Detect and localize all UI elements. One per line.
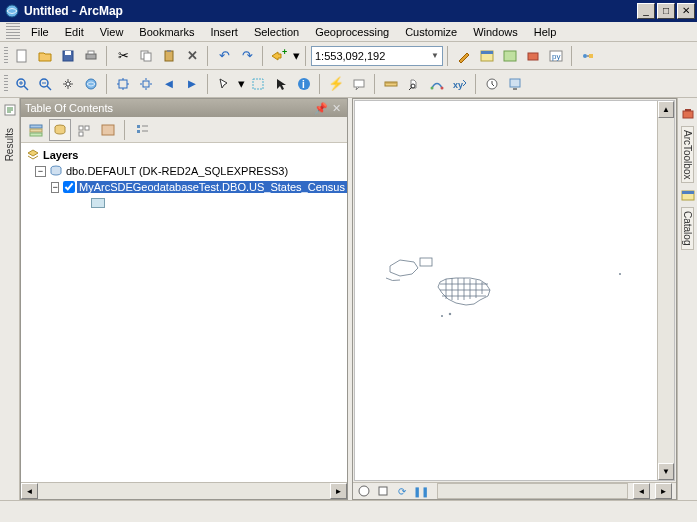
toolbar-grip-2[interactable] (4, 75, 8, 93)
editor-toolbar-icon[interactable] (453, 45, 475, 67)
find-icon[interactable] (403, 73, 425, 95)
full-extent-icon[interactable] (80, 73, 102, 95)
scroll-right-icon[interactable]: ► (655, 483, 672, 499)
catalog-tab[interactable]: Catalog (681, 207, 694, 249)
data-view-icon[interactable] (357, 484, 371, 498)
arctoolbox-tab-icon[interactable] (680, 106, 696, 122)
go-to-xy-icon[interactable]: xy (449, 73, 471, 95)
select-elements-icon[interactable] (270, 73, 292, 95)
pause-drawing-icon[interactable]: ❚❚ (414, 484, 428, 498)
menu-help[interactable]: Help (527, 24, 564, 40)
close-button[interactable]: ✕ (677, 3, 695, 19)
select-features-icon[interactable] (213, 73, 235, 95)
arctoolbox-icon[interactable] (522, 45, 544, 67)
menu-file[interactable]: File (24, 24, 56, 40)
scroll-left-icon[interactable]: ◄ (21, 483, 38, 499)
html-popup-icon[interactable] (348, 73, 370, 95)
scale-combobox[interactable]: 1:553,092,192 ▼ (311, 46, 443, 66)
map-canvas[interactable]: ▲ ▼ (354, 100, 675, 481)
forward-extent-icon[interactable]: ► (181, 73, 203, 95)
chevron-down-icon: ▼ (431, 51, 439, 60)
zoom-out-icon[interactable] (34, 73, 56, 95)
scroll-track[interactable] (38, 483, 330, 499)
menu-edit[interactable]: Edit (58, 24, 91, 40)
delete-icon[interactable]: ✕ (181, 45, 203, 67)
menu-grip[interactable] (6, 23, 20, 41)
svg-rect-50 (79, 132, 83, 136)
menu-geoprocessing[interactable]: Geoprocessing (308, 24, 396, 40)
tree-layer-row[interactable]: − MyArcSDEGeodatabaseTest.DBO.US_States_… (21, 179, 347, 195)
list-by-selection-icon[interactable] (97, 119, 119, 141)
clear-selection-icon[interactable] (247, 73, 269, 95)
map-hscroll[interactable] (437, 483, 628, 499)
tree-root-row[interactable]: Layers (21, 147, 347, 163)
add-data-icon[interactable]: + (268, 45, 290, 67)
collapse-icon[interactable]: − (35, 166, 46, 177)
toolbar-grip-1[interactable] (4, 47, 8, 65)
arctoolbox-tab[interactable]: ArcToolbox (681, 126, 694, 183)
undo-icon[interactable]: ↶ (213, 45, 235, 67)
menu-customize[interactable]: Customize (398, 24, 464, 40)
model-builder-icon[interactable] (577, 45, 599, 67)
menu-selection[interactable]: Selection (247, 24, 306, 40)
scroll-right-icon[interactable]: ► (330, 483, 347, 499)
identify-icon[interactable]: i (293, 73, 315, 95)
svg-rect-31 (253, 79, 263, 89)
paste-icon[interactable] (158, 45, 180, 67)
fixed-zoom-out-icon[interactable] (135, 73, 157, 95)
measure-icon[interactable] (380, 73, 402, 95)
toc-close-icon[interactable]: ✕ (330, 102, 343, 115)
tree-root-label: Layers (43, 149, 78, 161)
scale-value: 1:553,092,192 (315, 50, 385, 62)
find-route-icon[interactable] (426, 73, 448, 95)
python-window-icon[interactable]: py (545, 45, 567, 67)
search-window-icon[interactable] (499, 45, 521, 67)
print-icon[interactable] (80, 45, 102, 67)
scroll-down-icon[interactable]: ▼ (658, 463, 674, 480)
select-dropdown-icon[interactable]: ▾ (236, 73, 246, 95)
svg-rect-9 (167, 50, 171, 52)
list-by-source-icon[interactable] (49, 119, 71, 141)
open-icon[interactable] (34, 45, 56, 67)
svg-rect-14 (528, 53, 538, 60)
toc-options-icon[interactable] (131, 119, 153, 141)
refresh-icon[interactable]: ⟳ (395, 484, 409, 498)
menu-view[interactable]: View (93, 24, 131, 40)
toc-hscroll[interactable]: ◄ ► (21, 482, 347, 499)
list-by-visibility-icon[interactable] (73, 119, 95, 141)
create-viewer-icon[interactable] (504, 73, 526, 95)
layer-visibility-checkbox[interactable] (63, 181, 75, 193)
toc-pin-icon[interactable]: 📌 (312, 102, 330, 115)
tree-dataframe-row[interactable]: − dbo.DEFAULT (DK-RED2A_SQLEXPRESS3) (21, 163, 347, 179)
copy-icon[interactable] (135, 45, 157, 67)
hyperlink-icon[interactable]: ⚡ (325, 73, 347, 95)
collapse-icon[interactable]: − (51, 182, 59, 193)
scroll-left-icon[interactable]: ◄ (633, 483, 650, 499)
catalog-window-icon[interactable] (476, 45, 498, 67)
tree-symbol-row[interactable] (21, 195, 347, 211)
catalog-tab-icon[interactable] (680, 187, 696, 203)
new-doc-icon[interactable] (11, 45, 33, 67)
redo-icon[interactable]: ↷ (236, 45, 258, 67)
scroll-up-icon[interactable]: ▲ (658, 101, 674, 118)
svg-rect-12 (481, 51, 493, 54)
list-by-drawing-order-icon[interactable] (25, 119, 47, 141)
menu-insert[interactable]: Insert (203, 24, 245, 40)
maximize-button[interactable]: □ (657, 3, 675, 19)
map-vscroll[interactable]: ▲ ▼ (657, 101, 674, 480)
back-extent-icon[interactable]: ◄ (158, 73, 180, 95)
save-icon[interactable] (57, 45, 79, 67)
cut-icon[interactable]: ✂ (112, 45, 134, 67)
left-dock: Results (0, 98, 20, 500)
layout-view-icon[interactable] (376, 484, 390, 498)
time-slider-icon[interactable] (481, 73, 503, 95)
zoom-in-icon[interactable] (11, 73, 33, 95)
results-icon[interactable] (2, 102, 18, 118)
results-tab[interactable]: Results (4, 124, 15, 165)
minimize-button[interactable]: _ (637, 3, 655, 19)
menu-windows[interactable]: Windows (466, 24, 525, 40)
menu-bookmarks[interactable]: Bookmarks (132, 24, 201, 40)
add-data-dropdown-icon[interactable]: ▾ (291, 45, 301, 67)
pan-icon[interactable] (57, 73, 79, 95)
fixed-zoom-in-icon[interactable] (112, 73, 134, 95)
